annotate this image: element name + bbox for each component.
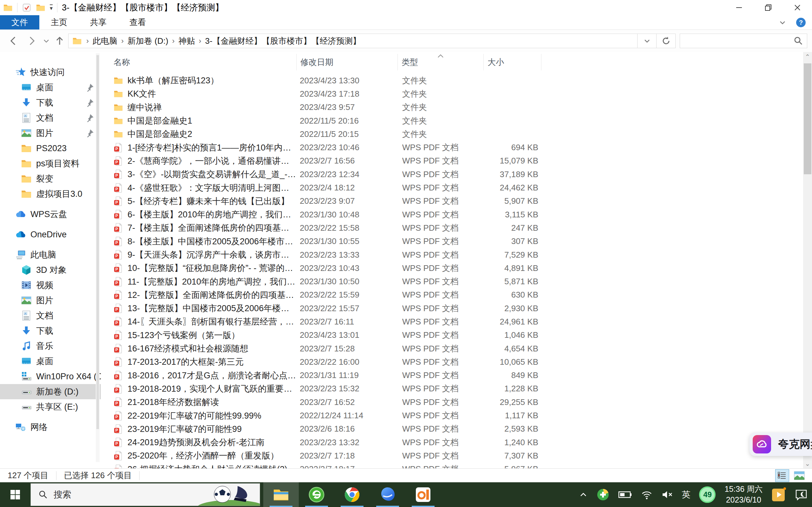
table-row[interactable]: P7-【楼主版】全面阐述降低房价的四项基本原...2023/2/22 15:58… bbox=[101, 221, 803, 234]
forward-button[interactable] bbox=[25, 34, 39, 48]
table-row[interactable]: P24-2019趋势预测及机会分析-老江南2023/2/23 13:32WPS … bbox=[101, 436, 803, 449]
table-row[interactable]: 缠中说禅2023/4/23 9:57文件夹 bbox=[101, 101, 803, 114]
details-view-button[interactable] bbox=[775, 469, 789, 482]
table-row[interactable]: P21-2018年经济数据解读2023/2/7 16:52WPS PDF 文档2… bbox=[101, 395, 803, 409]
up-button[interactable] bbox=[52, 34, 67, 48]
taskbar-app-cloud-app[interactable] bbox=[370, 482, 405, 507]
table-row[interactable]: 中国是部金融史12022/11/5 20:16文件夹 bbox=[101, 114, 803, 127]
table-row[interactable]: P4-《盛世狂歌》：文字版大明清明上河图，盛...2023/2/4 18:12W… bbox=[101, 181, 803, 194]
sidebar-item-ps2023[interactable]: PS2023 bbox=[0, 141, 101, 156]
breadcrumb-item[interactable]: 此电脑 bbox=[90, 36, 120, 47]
taskbar-search-box[interactable]: 搜索 bbox=[31, 483, 260, 506]
breadcrumb[interactable]: › 此电脑›新加卷 (D:)›神贴›3-【金融财经】【股市楼市】【经济预测】 bbox=[68, 34, 638, 48]
sidebar-item-desktop-pc[interactable]: 桌面 bbox=[0, 354, 101, 369]
sidebar-item-videos[interactable]: 视频 bbox=[0, 278, 101, 293]
table-row[interactable]: P3-《空》-以期货实盘交易讲解什么是_道_-- 一...2023/2/23 1… bbox=[101, 168, 803, 181]
help-icon[interactable]: ? bbox=[796, 17, 806, 28]
sidebar-item-drive-c[interactable]: Win10Pro X64 (C:) bbox=[0, 369, 101, 384]
search-highlight-image[interactable] bbox=[193, 484, 260, 506]
column-header-type[interactable]: 类型 bbox=[398, 54, 484, 70]
taskbar-clock[interactable]: 15:36 周六 2023/6/10 bbox=[724, 484, 763, 505]
table-row[interactable]: KK文件2023/4/23 17:18文件夹 bbox=[101, 87, 803, 101]
volume-muted-icon[interactable] bbox=[661, 490, 673, 499]
sidebar-item-network[interactable]: 网络 bbox=[0, 419, 101, 435]
table-row[interactable]: P1-[经济专栏]朴实的预言1——房价10年内都不...2023/2/23 10… bbox=[101, 141, 803, 154]
start-button[interactable] bbox=[0, 482, 31, 507]
antivirus-360-icon[interactable] bbox=[597, 488, 609, 501]
sidebar-item-quick-access[interactable]: 快速访问 bbox=[0, 65, 101, 80]
sidebar-item-wps-cloud[interactable]: WPS云盘 bbox=[0, 207, 101, 222]
table-row[interactable]: P2-《慧商学院》，一部小说，通俗易懂讲解营...2023/2/7 16:56W… bbox=[101, 154, 803, 168]
column-header-date[interactable]: 修改日期 bbox=[297, 54, 398, 70]
sidebar-item-3d-objects[interactable]: 3D 对象 bbox=[0, 262, 101, 278]
tab-file[interactable]: 文件 bbox=[0, 15, 39, 30]
table-row[interactable]: P6-【楼主版】2010年的房地产调控，我们收获...2023/1/30 10:… bbox=[101, 208, 803, 221]
table-row[interactable]: P18-2016，2017才是G点，崩溃论者耐心点。-...2023/1/31 … bbox=[101, 369, 803, 382]
wifi-icon[interactable] bbox=[641, 490, 653, 499]
list-scrollbar[interactable]: ⌃ ⌄ bbox=[803, 52, 812, 468]
table-row[interactable]: P10-【完整版】“征税加息降房价”- - 荒谬的理...2023/2/23 1… bbox=[101, 262, 803, 275]
quark-drive-popup[interactable]: 夸克网盘 bbox=[750, 433, 812, 456]
sidebar-item-drive-e[interactable]: 共享区 (E:) bbox=[0, 399, 101, 414]
table-row[interactable]: P23-2019年汇率破7的可能性992023/2/6 18:16WPS PDF… bbox=[101, 422, 803, 436]
media-app-icon[interactable] bbox=[771, 487, 786, 502]
sidebar-item-documents-pc[interactable]: A文档 bbox=[0, 308, 101, 323]
table-row[interactable]: P12-【完整版】全面阐述降低房价的四项基本原...2023/2/22 15:5… bbox=[101, 288, 803, 302]
table-row[interactable]: P22-2019年汇率破7的可能性99.99%2022/12/24 11:14W… bbox=[101, 409, 803, 422]
table-row[interactable]: P13-【完整版】中国楼市2005及2006年楼市之...2023/2/22 1… bbox=[101, 302, 803, 315]
table-row[interactable]: P25-2020年，经济小酒醉一醉（重发版）2023/2/7 17:18WPS … bbox=[101, 449, 803, 462]
column-header-name[interactable]: 名称 bbox=[101, 54, 297, 70]
recent-locations-icon[interactable] bbox=[41, 34, 52, 48]
sidebar-item-this-pc[interactable]: 此电脑 bbox=[0, 247, 101, 262]
sidebar-item-pictures[interactable]: 图片 bbox=[0, 125, 101, 141]
sidebar-item-desktop[interactable]: 桌面 bbox=[0, 80, 101, 95]
qat-properties-icon[interactable] bbox=[22, 3, 32, 12]
sidebar-item-ps-project[interactable]: ps项目资料 bbox=[0, 156, 101, 171]
column-header-size[interactable]: 大小 bbox=[484, 54, 542, 70]
sidebar-item-onedrive[interactable]: OneDrive bbox=[0, 227, 101, 242]
table-row[interactable]: P26-把握经济大势和个人财运必须读懂钱(2)2023/2/7 18:17WPS… bbox=[101, 463, 803, 468]
qat-customize-arrow-icon[interactable]: ▾ bbox=[50, 4, 53, 11]
address-dropdown-icon[interactable] bbox=[638, 34, 657, 48]
table-row[interactable]: kk书单（解压密码123）2023/4/23 13:30文件夹 bbox=[101, 74, 803, 87]
sidebar-item-downloads-pc[interactable]: 下载 bbox=[0, 323, 101, 338]
table-row[interactable]: P14-〖天涯头条〗剖析国有银行基层经营，管窥...2023/2/7 16:11… bbox=[101, 315, 803, 328]
notification-center-icon[interactable] bbox=[795, 489, 808, 500]
breadcrumb-item[interactable]: 新加卷 (D:) bbox=[125, 36, 171, 47]
table-row[interactable]: P11-【完整版】2010年的房地产调控，我们收获...2023/1/30 10… bbox=[101, 275, 803, 288]
taskbar-app-office-app[interactable] bbox=[405, 482, 441, 507]
sidebar-item-pictures-pc[interactable]: 图片 bbox=[0, 293, 101, 308]
tab-share[interactable]: 共享 bbox=[79, 15, 118, 30]
tray-expand-icon[interactable] bbox=[579, 490, 588, 499]
table-row[interactable]: P15-123个亏钱案例（第一版）2023/4/23 13:01WPS PDF … bbox=[101, 329, 803, 342]
sidebar-item-drive-d[interactable]: 新加卷 (D:) bbox=[0, 384, 101, 399]
table-row[interactable]: P5-【经济专栏】赚未来十年的钱【已出版】2023/2/23 9:07WPS P… bbox=[101, 194, 803, 208]
sidebar-item-music[interactable]: 音乐 bbox=[0, 338, 101, 354]
search-input[interactable] bbox=[680, 37, 794, 45]
taskbar-app-chrome[interactable] bbox=[334, 482, 370, 507]
table-row[interactable]: P16-167经济模式和社会根源随想2023/2/7 15:28WPS PDF … bbox=[101, 342, 803, 355]
scrollbar-thumb[interactable] bbox=[804, 63, 811, 174]
qat-new-folder-icon[interactable] bbox=[36, 3, 45, 12]
breadcrumb-item[interactable]: 3-【金融财经】【股市楼市】【经济预测】 bbox=[203, 36, 363, 47]
sidebar-item-virtual-3[interactable]: 虚拟项目3.0 bbox=[0, 186, 101, 202]
table-row[interactable]: 中国是部金融史22022/11/5 20:15文件夹 bbox=[101, 127, 803, 141]
language-indicator[interactable]: 英 bbox=[681, 489, 690, 500]
battery-icon[interactable] bbox=[618, 490, 632, 499]
table-row[interactable]: P8-【楼主版】中国楼市2005及2006年楼市之展望2023/1/30 10:… bbox=[101, 235, 803, 248]
tab-home[interactable]: 主页 bbox=[39, 15, 79, 30]
battery-percent-badge[interactable]: 49 bbox=[699, 487, 716, 503]
breadcrumb-item[interactable]: 神贴 bbox=[176, 36, 198, 47]
table-row[interactable]: P9-【天涯头条】沉浮房产十余载，谈房市心得2023/2/23 13:33WPS… bbox=[101, 248, 803, 262]
sidebar-item-liebian[interactable]: 裂变 bbox=[0, 171, 101, 186]
table-row[interactable]: P19-2018-2019，实现个人财富飞跃的重要关口2023/2/23 15:… bbox=[101, 382, 803, 395]
sidebar-item-downloads[interactable]: 下载 bbox=[0, 95, 101, 110]
sidebar-item-documents[interactable]: A文档 bbox=[0, 110, 101, 125]
table-row[interactable]: P17-2013-2017的大框架-第三元2023/2/22 16:00WPS … bbox=[101, 355, 803, 369]
refresh-button[interactable] bbox=[657, 34, 676, 48]
search-box[interactable] bbox=[680, 34, 807, 48]
scroll-up-icon[interactable]: ⌃ bbox=[803, 52, 812, 61]
tab-view[interactable]: 查看 bbox=[118, 15, 157, 30]
thumbnail-view-button[interactable] bbox=[792, 469, 806, 482]
back-button[interactable] bbox=[6, 34, 20, 48]
